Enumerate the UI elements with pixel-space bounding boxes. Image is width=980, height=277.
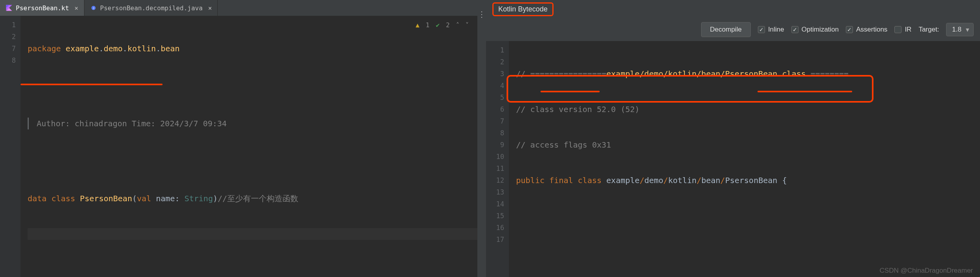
tab-pserson-kt[interactable]: PsersonBean.kt × [0,0,84,16]
svg-text:J: J [92,7,94,10]
tab-decompiled-java[interactable]: J PsersonBean.decompiled.java × [84,0,218,16]
ok-icon[interactable]: ✔ [436,21,440,29]
left-editor-body[interactable]: ▲ 1 ✔ 2 ˄ ˅ 1 2 7 8 package example.demo… [0,16,477,277]
warning-count: 1 [426,21,430,29]
inline-checkbox[interactable]: Inline [758,26,784,34]
checkbox-icon [791,26,799,33]
chevron-up-icon[interactable]: ˄ [456,21,459,29]
doc-comment: Author: chinadragon Time: 2024/3/7 09:34 [28,118,477,129]
panel-title-bar: Kotlin Bytecode [486,0,980,18]
chevron-down-icon[interactable]: ˅ [466,21,469,29]
target-label: Target: [918,26,939,34]
checkbox-icon [758,26,765,33]
tab-label: PsersonBean.decompiled.java [100,4,203,12]
right-bytecode-pane: Kotlin Bytecode Decompile Inline Optimiz… [486,0,980,277]
red-underline-annotation [757,91,852,92]
bytecode-toolbar: Decompile Inline Optimization Assertions… [486,18,980,41]
assertions-checkbox[interactable]: Assertions [846,26,887,34]
java-file-icon: J [90,4,97,11]
kotlin-file-icon [6,4,13,11]
ellipsis-vertical-icon[interactable]: ⋮ [478,9,486,19]
left-tab-bar: PsersonBean.kt × J PsersonBean.decompile… [0,0,477,16]
ok-count: 2 [446,21,450,29]
left-code-area[interactable]: package example.demo.kotlin.bean Author:… [21,16,477,277]
checkbox-icon [894,26,901,33]
checkbox-icon [846,26,853,33]
red-box-annotation [507,75,873,103]
editor-status-icons: ▲ 1 ✔ 2 ˄ ˅ [415,21,469,29]
panel-title: Kotlin Bytecode [498,5,548,13]
right-code-area[interactable]: // ================example/demo/kotlin/b… [509,41,980,277]
red-underline-annotation [21,84,163,85]
ir-checkbox[interactable]: IR [894,26,911,34]
split-divider[interactable]: ⋮ [477,0,486,277]
left-gutter: 1 2 7 8 [0,16,21,277]
watermark-text: CSDN @ChinaDragonDreamer [880,267,973,275]
target-select[interactable]: 1.8 [946,23,974,36]
panel-title-highlight: Kotlin Bytecode [492,2,554,16]
optimization-checkbox[interactable]: Optimization [791,26,839,34]
right-gutter: 1234567891011121314151617 [486,41,509,277]
right-editor-body[interactable]: 1234567891011121314151617 // ===========… [486,41,980,277]
decompile-button[interactable]: Decompile [701,22,751,37]
warning-icon[interactable]: ▲ [415,21,419,29]
close-icon[interactable]: × [75,4,79,12]
red-underline-annotation [540,91,600,92]
left-editor-pane: PsersonBean.kt × J PsersonBean.decompile… [0,0,477,277]
tab-label: PsersonBean.kt [16,4,69,12]
close-icon[interactable]: × [208,4,212,12]
